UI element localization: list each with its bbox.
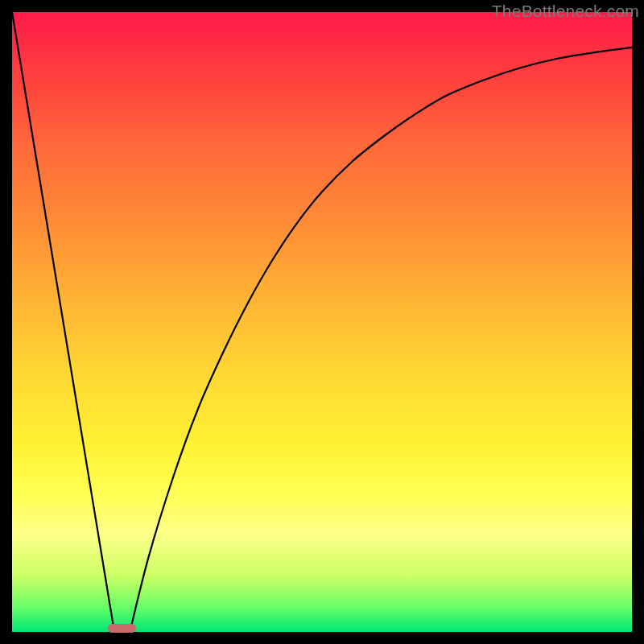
left-branch-line: [12, 12, 114, 632]
chart-container: TheBottleneck.com: [0, 0, 644, 644]
plot-area: [12, 12, 632, 632]
right-branch-line: [130, 47, 632, 632]
bottleneck-marker: [108, 624, 136, 633]
watermark-text: TheBottleneck.com: [492, 2, 639, 21]
curve-layer: [12, 12, 632, 632]
